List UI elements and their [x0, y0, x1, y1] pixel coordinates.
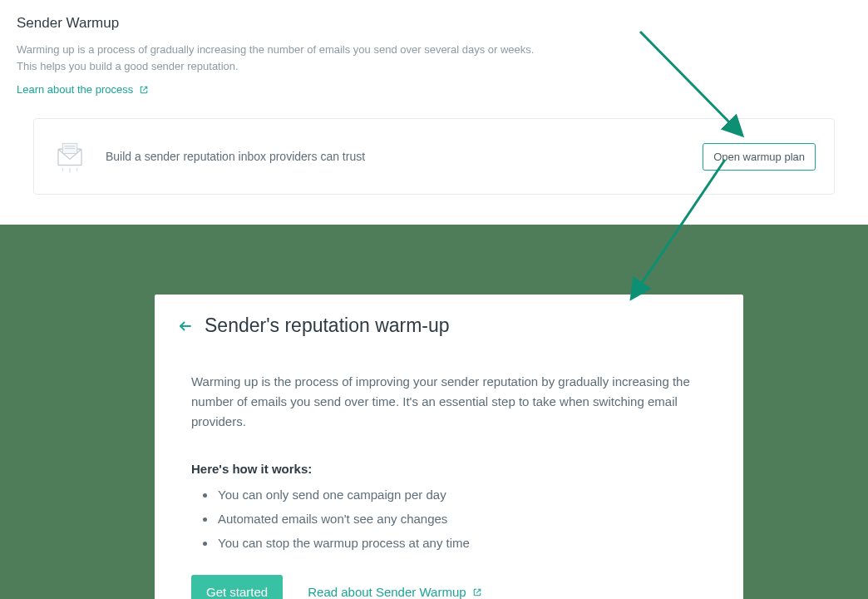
warmup-detail-panel: Sender's reputation warm-up Warming up i…: [155, 295, 743, 599]
learn-link-label: Learn about the process: [17, 83, 133, 96]
panel-title: Sender's reputation warm-up: [205, 314, 450, 337]
warmup-card: Build a sender reputation inbox provider…: [33, 118, 835, 195]
section-title: Sender Warmup: [17, 15, 851, 32]
how-it-works-list: You can only send one campaign per day A…: [191, 488, 720, 550]
card-message: Build a sender reputation inbox provider…: [106, 150, 684, 163]
back-arrow-icon[interactable]: [178, 319, 193, 334]
read-link-label: Read about Sender Warmup: [308, 585, 466, 599]
how-it-works-title: Here's how it works:: [191, 462, 720, 476]
external-link-icon: [140, 86, 148, 94]
envelope-icon: [52, 139, 87, 174]
get-started-button[interactable]: Get started: [191, 575, 283, 599]
section-description: Warming up is a process of gradually inc…: [17, 42, 549, 75]
learn-about-process-link[interactable]: Learn about the process: [17, 83, 148, 96]
list-item: You can only send one campaign per day: [216, 488, 720, 502]
open-warmup-plan-button[interactable]: Open warmup plan: [703, 143, 816, 171]
panel-header: Sender's reputation warm-up: [178, 314, 720, 337]
list-item: You can stop the warmup process at any t…: [216, 536, 720, 550]
read-about-warmup-link[interactable]: Read about Sender Warmup: [308, 585, 481, 599]
external-link-icon: [473, 588, 481, 597]
panel-actions: Get started Read about Sender Warmup: [191, 575, 720, 599]
list-item: Automated emails won't see any changes: [216, 512, 720, 526]
sender-warmup-section: Sender Warmup Warming up is a process of…: [0, 0, 868, 195]
panel-description: Warming up is the process of improving y…: [191, 372, 707, 432]
